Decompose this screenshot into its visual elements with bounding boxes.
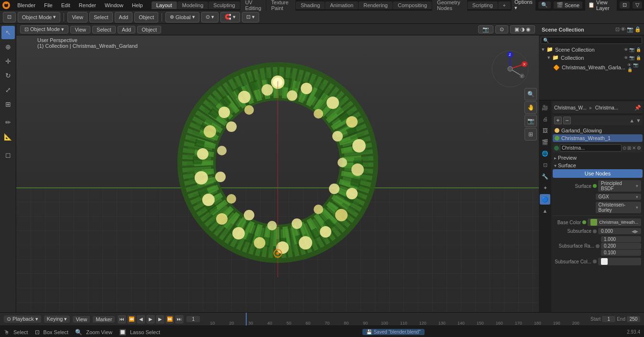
tab-add[interactable]: + xyxy=(498,1,511,9)
end-frame[interactable]: 250 xyxy=(627,316,640,322)
tab-modeling[interactable]: Modeling xyxy=(177,1,208,9)
tab-layout[interactable]: Layout xyxy=(152,1,177,9)
add-btn[interactable]: Add xyxy=(115,12,133,22)
mat-settings-btn[interactable]: ⚙ xyxy=(637,145,641,151)
tab-texture-paint[interactable]: Texture Paint xyxy=(266,0,295,12)
subsurface-col-swatch[interactable] xyxy=(601,258,608,265)
sub-rad-val1[interactable]: 1.000 xyxy=(601,236,641,242)
next-keyframe-btn[interactable]: ▶ xyxy=(156,315,164,324)
viewport[interactable]: ⊡ Object Mode ▾ View Select Add Object 📷… xyxy=(16,24,539,312)
tab-compositing[interactable]: Compositing xyxy=(393,1,432,9)
snap-btn[interactable]: 🧲 ▾ xyxy=(220,12,240,22)
material-christmas-wreath[interactable]: Christmas_Wreath_1 xyxy=(553,134,643,142)
add-material-btn[interactable]: + xyxy=(554,117,562,124)
props-material-icon[interactable]: 🔵 xyxy=(540,194,550,205)
subsurface-value-btn[interactable]: 0.000 ◀▶ xyxy=(598,228,641,234)
base-color-btn[interactable]: Christmas_Wreath... xyxy=(588,218,641,226)
outliner-filter-icon[interactable]: ⊡ xyxy=(615,26,620,33)
outliner-collection[interactable]: ▾ 📁 Collection 👁 📷 🔒 xyxy=(539,54,644,62)
outliner-christmas-wreath[interactable]: 🔶 Christmas_Wreath_Garla... 👁 📷 🔒 xyxy=(539,62,644,73)
prev-keyframe-btn[interactable]: ◀ xyxy=(137,315,145,324)
pivot-btn[interactable]: ⊙ ▾ xyxy=(201,12,218,22)
vp-select[interactable]: Select xyxy=(92,26,116,33)
menu-file[interactable]: File xyxy=(40,1,56,9)
transform-btn[interactable]: ⊕ Global ▾ xyxy=(165,12,199,22)
zoom-in-btn[interactable]: 🔍 xyxy=(524,88,537,100)
scale-tool[interactable]: ⤢ xyxy=(1,83,15,97)
mat-delete-btn[interactable]: ✕ xyxy=(632,145,636,151)
vp-cam-btn[interactable]: 📷 xyxy=(478,25,493,33)
cursor-tool[interactable]: ⊕ xyxy=(1,40,15,54)
collection-view-btn[interactable]: ⊞ xyxy=(524,128,537,141)
tab-uv-editing[interactable]: UV Editing xyxy=(240,0,266,12)
props-particles-icon[interactable]: ✦ xyxy=(540,183,550,193)
object-mode-btn[interactable]: Object Mode ▾ xyxy=(18,12,60,22)
mat-copy-btn[interactable]: ⊞ xyxy=(627,145,631,151)
subsurface-col-btn[interactable] xyxy=(598,258,641,265)
marker-menu[interactable]: Marker xyxy=(93,316,115,323)
props-data-icon[interactable]: ▲ xyxy=(540,206,550,216)
base-color-swatch[interactable] xyxy=(590,219,597,226)
playback-menu[interactable]: ⊙ Playback ▾ xyxy=(4,315,41,323)
vp-shading-btns[interactable]: ▣ ◑ ◉ xyxy=(510,25,535,33)
remove-material-btn[interactable]: − xyxy=(563,117,571,124)
menu-edit[interactable]: Edit xyxy=(57,1,74,9)
scroll-down-icon[interactable]: ▼ xyxy=(636,118,641,123)
subsurface-method-btn[interactable]: Christensen-Burley ▾ xyxy=(596,202,642,213)
vp-object-mode[interactable]: ⊡ Object Mode ▾ xyxy=(20,25,68,33)
menu-blender[interactable]: Blender xyxy=(13,1,39,9)
tab-sculpting[interactable]: Sculpting xyxy=(208,1,240,9)
vp-view[interactable]: View xyxy=(70,26,90,33)
props-view-icon[interactable]: 🖼 xyxy=(540,125,550,136)
sub-rad-val3[interactable]: 0.100 xyxy=(601,250,641,256)
play-btn[interactable]: ▶ xyxy=(146,315,155,324)
keying-menu[interactable]: Keying ▾ xyxy=(44,315,70,323)
mode-icon-btn[interactable]: ⊡ xyxy=(3,12,16,22)
outliner-vis-icon[interactable]: 👁 xyxy=(621,26,626,33)
camera-view-btn[interactable]: 📷 xyxy=(524,115,537,127)
view-layer-selector[interactable]: 📋 View Layer xyxy=(585,0,617,11)
props-render-icon[interactable]: 🎥 xyxy=(540,102,550,113)
outliner-render-icon[interactable]: 📷 xyxy=(627,26,633,33)
jump-start-btn[interactable]: ⏮ xyxy=(118,315,126,324)
select-tool[interactable]: ↖ xyxy=(1,26,15,39)
render-shade-btn[interactable]: ◉ xyxy=(526,26,531,33)
sub-rad-val2[interactable]: 0.200 xyxy=(601,243,641,249)
menu-window[interactable]: Window xyxy=(101,1,127,9)
menu-render[interactable]: Render xyxy=(75,1,100,9)
props-output-icon[interactable]: 🖨 xyxy=(540,114,550,124)
props-pin-icon[interactable]: 📌 xyxy=(634,105,641,111)
preview-section-header[interactable]: ▸ Preview xyxy=(553,154,643,162)
surface-section-header[interactable]: ▾ Surface xyxy=(553,162,643,169)
tab-rendering[interactable]: Rendering xyxy=(359,1,393,9)
outliner-lock-icon[interactable]: 🔒 xyxy=(634,26,641,33)
add-cube-tool[interactable]: ◻ xyxy=(1,148,15,162)
measure-tool[interactable]: 📐 xyxy=(1,130,15,143)
menu-help[interactable]: Help xyxy=(128,1,147,9)
view-menu[interactable]: View xyxy=(73,316,90,323)
fullscreen-btn[interactable]: ⊡ xyxy=(620,1,630,9)
transform-tool[interactable]: ⊞ xyxy=(1,98,15,111)
vp-object[interactable]: Object xyxy=(137,26,161,33)
wire-shade-btn[interactable]: ▣ xyxy=(514,26,519,33)
object-btn[interactable]: Object xyxy=(134,12,158,22)
tab-geometry-nodes[interactable]: Geometry Nodes xyxy=(432,0,467,12)
zoom-out-btn[interactable]: 🤚 xyxy=(524,101,537,114)
outliner-scene-collection[interactable]: ▾ 📁 Scene Collection 👁 📷 🔒 xyxy=(539,45,644,54)
scene-selector[interactable]: 🎬 Scene xyxy=(554,1,582,9)
timeline-ruler[interactable]: 10 20 30 40 50 60 70 80 90 100 110 120 1… xyxy=(203,313,588,326)
start-frame[interactable]: 1 xyxy=(602,316,615,322)
tab-animation[interactable]: Animation xyxy=(325,1,358,9)
use-nodes-btn[interactable]: Use Nodes xyxy=(553,169,643,178)
props-modifier-icon[interactable]: 🔧 xyxy=(540,171,550,182)
viewport-canvas[interactable]: X Y Z 🔍 🤚 📷 ⊞ xyxy=(16,35,539,312)
prev-frame-btn[interactable]: ⏪ xyxy=(127,315,136,324)
outliner-search-input[interactable] xyxy=(541,37,642,44)
vp-add[interactable]: Add xyxy=(118,26,136,33)
scroll-up-icon[interactable]: ▲ xyxy=(629,118,634,123)
props-scene-icon[interactable]: 🎬 xyxy=(540,137,550,147)
props-object-icon[interactable]: ⊡ xyxy=(540,160,550,170)
jump-end-btn[interactable]: ⏭ xyxy=(175,315,184,324)
vp-overlay-btn[interactable]: ⊙ xyxy=(495,25,508,33)
select-btn[interactable]: Select xyxy=(89,12,113,22)
